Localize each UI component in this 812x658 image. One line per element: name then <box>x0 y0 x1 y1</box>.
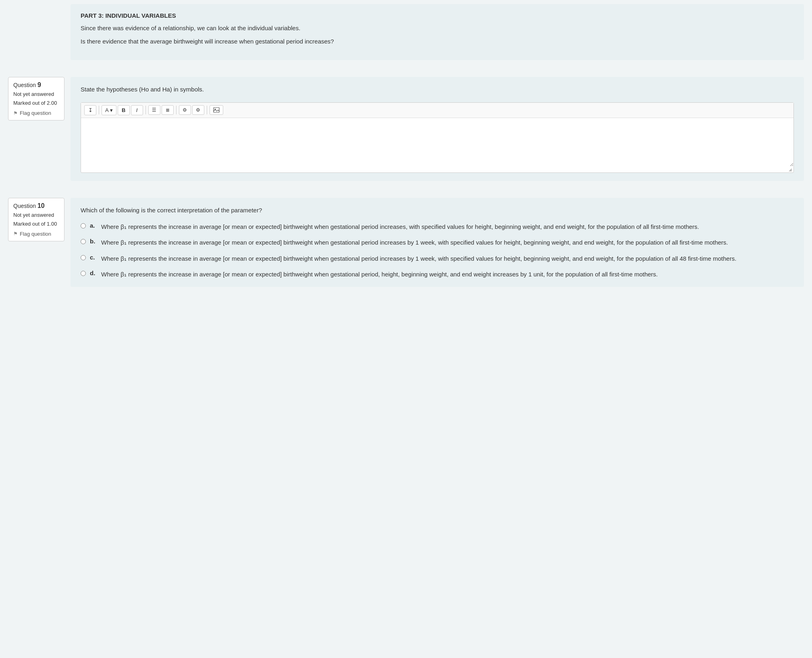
question9-block: Question 9 Not yet answered Marked out o… <box>0 73 812 189</box>
q9-toolbar: ↧ A ▾ B I ☰ ≣ ⚙ ⚙ <box>81 103 793 118</box>
q10-status: Not yet answered <box>13 212 59 219</box>
divider-1 <box>0 68 812 73</box>
q9-editor-body[interactable] <box>81 118 793 166</box>
q10-text-a: Where β₁ represents the increase in aver… <box>101 222 699 231</box>
sidebar-left-part3 <box>8 4 71 60</box>
q10-text-b: Where β₁ represents the increase in aver… <box>101 238 728 247</box>
q10-label-c: c. <box>90 254 97 261</box>
toolbar-sep1 <box>99 106 99 114</box>
toolbar-ul-btn[interactable]: ☰ <box>148 105 160 115</box>
q10-marked: Marked out of 1.00 <box>13 220 59 228</box>
q10-number-value: 10 <box>37 202 45 209</box>
q10-text-c: Where β₁ represents the increase in aver… <box>101 254 736 263</box>
part3-header: PART 3: INDIVIDUAL VARIABLES Since there… <box>81 12 794 46</box>
q9-question-text: State the hypotheses (Ho and Ha) in symb… <box>81 85 794 94</box>
part3-section: PART 3: INDIVIDUAL VARIABLES Since there… <box>0 0 812 68</box>
part3-text1: Since there was evidence of a relationsh… <box>81 24 794 33</box>
q9-status: Not yet answered <box>13 91 59 98</box>
q10-number-label: Question <box>13 203 36 209</box>
toolbar-undo-btn[interactable]: ↧ <box>84 105 96 115</box>
q10-option-d: d. Where β₁ represents the increase in a… <box>81 270 794 279</box>
q9-number: Question 9 <box>13 81 59 89</box>
flag-icon-q10: ⚑ <box>13 231 18 237</box>
q9-flag-button[interactable]: ⚑ Flag question <box>13 110 59 116</box>
q10-option-c: c. Where β₁ represents the increase in a… <box>81 254 794 263</box>
page-wrapper: PART 3: INDIVIDUAL VARIABLES Since there… <box>0 0 812 295</box>
q10-option-a: a. Where β₁ represents the increase in a… <box>81 222 794 231</box>
q9-number-value: 9 <box>37 81 41 88</box>
q10-question-text: Which of the following is the correct in… <box>81 206 794 215</box>
q9-marked: Marked out of 2.00 <box>13 100 59 107</box>
toolbar-italic-btn[interactable]: I <box>131 105 143 115</box>
q10-flag-button[interactable]: ⚑ Flag question <box>13 231 59 237</box>
part3-text2: Is there evidence that the average birth… <box>81 37 794 46</box>
toolbar-sep4 <box>207 106 207 114</box>
q10-option-b: b. Where β₁ represents the increase in a… <box>81 238 794 247</box>
toolbar-unlink-btn[interactable]: ⚙ <box>192 105 204 115</box>
q9-editor: ↧ A ▾ B I ☰ ≣ ⚙ ⚙ <box>81 102 794 173</box>
q9-flag-label: Flag question <box>20 110 51 116</box>
q10-options: a. Where β₁ represents the increase in a… <box>81 222 794 279</box>
q9-resize-handle: ◢ <box>81 166 793 172</box>
q10-radio-c[interactable] <box>81 255 86 260</box>
q10-sidebar-card: Question 10 Not yet answered Marked out … <box>8 198 64 241</box>
q10-label-d: d. <box>90 270 97 276</box>
question10-block: Question 10 Not yet answered Marked out … <box>0 194 812 295</box>
q10-content: Which of the following is the correct in… <box>71 198 804 287</box>
q10-radio-a[interactable] <box>81 223 86 228</box>
divider-2 <box>0 189 812 194</box>
q10-flag-label: Flag question <box>20 231 51 237</box>
q10-label-a: a. <box>90 222 97 229</box>
q9-sidebar-card: Question 9 Not yet answered Marked out o… <box>8 77 64 120</box>
toolbar-sep3 <box>176 106 177 114</box>
part3-content: PART 3: INDIVIDUAL VARIABLES Since there… <box>71 4 804 60</box>
q9-number-label: Question <box>13 82 36 88</box>
q10-radio-d[interactable] <box>81 271 86 276</box>
toolbar-link-btn[interactable]: ⚙ <box>179 105 191 115</box>
toolbar-ol-btn[interactable]: ≣ <box>162 105 174 115</box>
toolbar-image-btn[interactable] <box>210 105 223 115</box>
sidebar-q10: Question 10 Not yet answered Marked out … <box>8 198 71 287</box>
part3-title: PART 3: INDIVIDUAL VARIABLES <box>81 12 794 19</box>
toolbar-bold-btn[interactable]: B <box>118 105 130 115</box>
toolbar-sep2 <box>145 106 146 114</box>
q10-text-d: Where β₁ represents the increase in aver… <box>101 270 658 279</box>
flag-icon: ⚑ <box>13 110 18 116</box>
q10-label-b: b. <box>90 238 97 245</box>
q10-radio-b[interactable] <box>81 239 86 244</box>
svg-rect-0 <box>214 108 219 112</box>
q9-content: State the hypotheses (Ho and Ha) in symb… <box>71 77 804 181</box>
sidebar-q9: Question 9 Not yet answered Marked out o… <box>8 77 71 181</box>
q10-number: Question 10 <box>13 202 59 210</box>
toolbar-font-btn[interactable]: A ▾ <box>102 105 116 115</box>
